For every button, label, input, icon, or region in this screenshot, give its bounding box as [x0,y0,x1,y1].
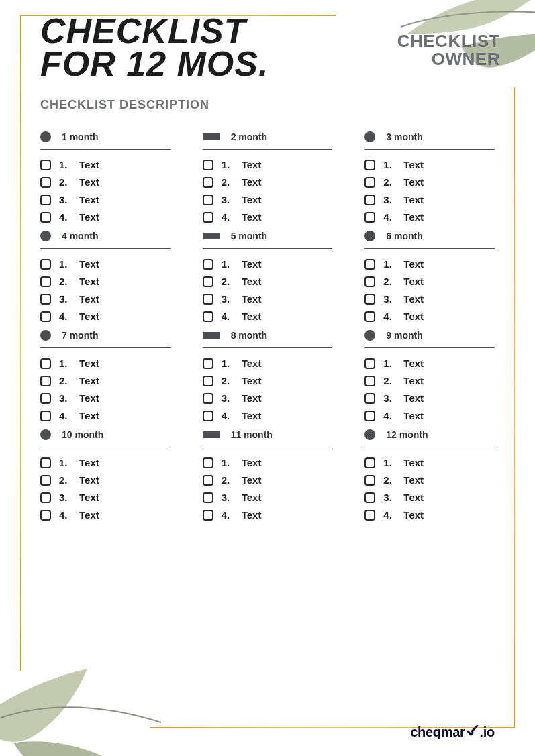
checkbox[interactable] [203,195,213,205]
checkbox[interactable] [203,177,213,188]
item-number: 3. [383,392,395,404]
item-text: Text [79,211,99,223]
item-text: Text [242,509,262,521]
checkbox[interactable] [40,259,51,270]
month-bullet-bar-icon [203,233,220,239]
checkbox[interactable] [203,411,213,421]
checkbox[interactable] [203,294,213,305]
checkbox[interactable] [203,393,213,404]
item-number: 2. [222,176,234,188]
checklist-item: 1.Text [40,457,171,468]
item-number: 2. [383,375,395,386]
month-bullet-circle-icon [40,131,51,142]
item-text: Text [242,258,262,270]
checkbox[interactable] [364,195,375,205]
checkbox[interactable] [364,160,375,170]
checklist-item: 2.Text [40,474,171,486]
checkbox[interactable] [203,492,213,503]
checklist-item: 2.Text [364,176,495,188]
checkbox[interactable] [40,492,51,503]
item-number: 4. [383,311,395,322]
item-text: Text [79,258,99,270]
checkbox[interactable] [203,311,213,322]
checklist-item: 3.Text [364,392,495,404]
checkbox[interactable] [203,376,213,386]
checklist-item: 2.Text [364,375,495,386]
item-number: 3. [222,194,234,205]
month-bullet-bar-icon [203,133,220,140]
checkbox[interactable] [364,492,375,503]
checkbox[interactable] [40,411,51,421]
page-title-line2: FOR 12 MOS. [40,48,269,80]
checkbox[interactable] [40,276,51,287]
checkbox[interactable] [364,457,375,468]
checkbox[interactable] [40,510,51,521]
month-block: 6 month1.Text2.Text3.Text4.Text [364,227,495,322]
item-number: 3. [222,293,234,305]
checkbox[interactable] [203,358,213,369]
item-number: 3. [383,293,395,305]
month-block: 3 month1.Text2.Text3.Text4.Text [364,127,495,223]
month-title: 8 month [231,330,267,341]
month-title: 2 month [231,131,267,142]
checklist-item: 4.Text [40,509,171,521]
month-title: 6 month [386,231,422,241]
checkbox[interactable] [364,259,375,270]
checklist-item: 3.Text [40,392,171,404]
checkbox[interactable] [364,475,375,486]
checkbox[interactable] [40,195,51,205]
checkbox[interactable] [364,177,375,188]
checkbox[interactable] [40,294,51,305]
checklist-item: 4.Text [203,311,333,322]
checkbox[interactable] [40,212,51,223]
item-number: 1. [59,159,71,170]
item-number: 2. [222,276,234,287]
checkbox[interactable] [203,160,213,170]
checkbox[interactable] [40,311,51,322]
checkbox[interactable] [364,376,375,386]
checklist-item: 2.Text [40,375,171,386]
item-text: Text [403,457,424,468]
checkbox[interactable] [364,294,375,305]
brand-check-icon [467,725,479,737]
month-bullet-circle-icon [40,330,51,341]
item-number: 1. [222,358,234,369]
checkbox[interactable] [40,376,51,386]
checkbox[interactable] [40,475,51,486]
item-text: Text [79,375,99,386]
checkbox[interactable] [364,393,375,404]
item-number: 4. [59,311,71,322]
item-text: Text [242,293,262,305]
item-text: Text [79,159,99,170]
item-number: 1. [383,457,395,468]
checkbox[interactable] [364,510,375,521]
checkbox[interactable] [364,358,375,369]
checkbox[interactable] [364,411,375,421]
item-text: Text [403,474,424,486]
checkbox[interactable] [364,311,375,322]
frame-border-right [514,87,515,727]
checkbox[interactable] [40,358,51,369]
checklist-item: 3.Text [203,392,333,404]
month-header: 7 month [40,330,171,348]
checkbox[interactable] [203,212,213,223]
checklist-item: 3.Text [40,293,171,305]
month-items: 1.Text2.Text3.Text4.Text [364,159,495,223]
checkbox[interactable] [203,276,213,287]
month-bullet-bar-icon [203,332,220,339]
checkbox[interactable] [40,160,51,170]
checkbox[interactable] [40,177,51,188]
checkbox[interactable] [364,276,375,287]
checkbox[interactable] [203,475,213,486]
checkbox[interactable] [203,259,213,270]
checkbox[interactable] [203,457,213,468]
item-number: 1. [222,457,234,468]
checklist-item: 2.Text [40,176,171,188]
checkbox[interactable] [364,212,375,223]
checkbox[interactable] [40,393,51,404]
month-header: 5 month [203,231,333,249]
checkbox[interactable] [40,457,51,468]
checklist-item: 3.Text [203,194,333,205]
month-block: 4 month1.Text2.Text3.Text4.Text [40,227,171,322]
checkbox[interactable] [203,510,213,521]
